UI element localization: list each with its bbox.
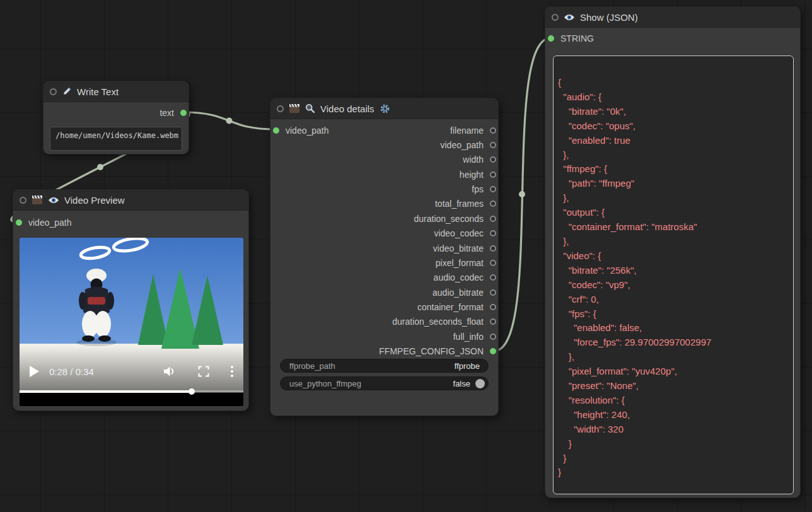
widget-label: ffprobe_path (289, 361, 335, 371)
collapse-toggle[interactable] (20, 197, 26, 204)
output-slot-label: audio_codec (434, 272, 484, 282)
gear-icon (380, 103, 390, 114)
output-slot: video_codec (270, 226, 498, 241)
output-slot-dot[interactable] (490, 289, 496, 296)
collapse-toggle[interactable] (552, 14, 559, 21)
volume-icon[interactable] (163, 366, 177, 377)
link-midpoint-dot[interactable] (97, 164, 103, 170)
output-slot-label: fps (472, 184, 484, 194)
output-slot-dot[interactable] (490, 142, 496, 148)
widget-value: false (453, 379, 475, 388)
output-slot-label: video_bitrate (433, 243, 484, 253)
eye-icon (48, 196, 59, 204)
video-controls: 0:28 / 0:34 (20, 359, 243, 383)
input-slot-dot[interactable] (548, 35, 554, 42)
input-slot-dot[interactable] (16, 219, 22, 226)
output-slot: video_bitrate (270, 241, 498, 255)
video-details-widgets: ffprobe_pathffprobeuse_python_ffmpegfals… (280, 359, 489, 394)
output-slot-label: video_path (440, 140, 484, 150)
video-progress-fill (20, 390, 192, 393)
toggle-knob[interactable] (475, 379, 485, 388)
output-slot: fps (270, 182, 498, 196)
output-slot-text: text (160, 105, 187, 120)
output-slot-dot[interactable] (490, 127, 496, 134)
video-progress-bar[interactable] (20, 390, 243, 393)
node-video-details[interactable]: Video details video_path filenamevideo_p… (270, 98, 499, 416)
node-title: Write Text (77, 86, 119, 97)
output-slot-dot[interactable] (490, 274, 496, 281)
output-slot-label: video_codec (434, 228, 484, 238)
output-slot-dot[interactable] (490, 318, 496, 325)
widget-use_python_ffmpeg[interactable]: use_python_ffmpegfalse (280, 376, 489, 390)
collapse-toggle[interactable] (277, 105, 284, 112)
link-midpoint-dot[interactable] (519, 191, 525, 197)
input-slot-label: STRING (560, 33, 594, 44)
link-midpoint-dot[interactable] (226, 118, 233, 124)
widget-ffprobe_path[interactable]: ffprobe_pathffprobe (280, 359, 489, 373)
node-graph-canvas[interactable]: Write Text text /home/umen/Videos/Kame.w… (0, 0, 812, 512)
output-slot-label: FFMPEG_CONFIG_JSON (379, 346, 484, 356)
json-output-box[interactable]: { "audio": { "bitrate": "0k", "codec": "… (553, 55, 794, 494)
output-slot-dot[interactable] (490, 245, 496, 252)
output-slot-label: pixel_format (436, 258, 484, 268)
output-slot: video_path (270, 137, 498, 152)
node-title: Video details (320, 103, 374, 114)
text-input-widget[interactable]: /home/umen/Videos/Kame.webm (50, 127, 182, 151)
output-slot-dot[interactable] (490, 304, 496, 310)
output-slot-dot[interactable] (490, 186, 496, 192)
right-controls (163, 366, 233, 377)
output-slot-label: container_format (417, 302, 484, 312)
node-show-json[interactable]: Show (JSON) STRING { "audio": { "bitrate… (545, 6, 801, 498)
input-slot-string: STRING (548, 31, 594, 46)
video-player[interactable]: 0:28 / 0:34 (20, 238, 243, 406)
output-slot: filename (270, 123, 498, 137)
output-slot-dot[interactable] (490, 230, 496, 236)
node-title-bar[interactable]: Video details (270, 98, 498, 119)
output-slot: container_format (270, 300, 498, 314)
output-slot-label: audio_bitrate (432, 288, 484, 298)
more-options-icon[interactable] (231, 366, 233, 377)
magnifier-icon (305, 103, 315, 113)
output-slot: total_frames (270, 197, 498, 211)
node-title-bar[interactable]: Show (JSON) (545, 7, 800, 28)
output-slot-dot[interactable] (490, 201, 496, 207)
output-slot-label: width (463, 154, 484, 165)
node-title-bar[interactable]: Video Preview (13, 190, 248, 211)
output-slot-dot[interactable] (180, 110, 187, 116)
node-title: Video Preview (64, 195, 125, 206)
input-slot-label: video_path (28, 218, 72, 228)
output-slot: duration_seconds_float (270, 315, 498, 329)
output-slot-dot[interactable] (490, 216, 496, 222)
output-slot: FFMPEG_CONFIG_JSON (270, 344, 498, 358)
output-slot-label: duration_seconds (414, 214, 484, 224)
node-video-preview[interactable]: Video Preview video_path (13, 189, 249, 411)
output-slot: full_info (270, 329, 498, 344)
output-slot-dot[interactable] (490, 172, 496, 178)
output-slot: audio_bitrate (270, 285, 498, 300)
json-output-text: { "audio": { "bitrate": "0k", "codec": "… (554, 56, 793, 480)
play-button[interactable] (30, 366, 39, 377)
output-slot: pixel_format (270, 255, 498, 270)
output-slot-dot[interactable] (490, 334, 496, 340)
widget-value: ffprobe (455, 361, 485, 371)
output-slot: audio_codec (270, 271, 498, 285)
pen-icon (62, 86, 72, 96)
clapperboard-icon (32, 195, 43, 205)
fullscreen-icon[interactable] (198, 366, 209, 377)
output-slot-label: text (160, 108, 174, 118)
node-write-text[interactable]: Write Text text /home/umen/Videos/Kame.w… (43, 81, 189, 154)
output-slot-label: total_frames (435, 199, 484, 209)
output-slot-dot[interactable] (490, 348, 496, 354)
video-details-outputs: filenamevideo_pathwidthheightfpstotal_fr… (270, 123, 498, 359)
output-slot-dot[interactable] (490, 156, 496, 163)
time-display: 0:28 / 0:34 (49, 366, 94, 377)
output-slot-label: full_info (453, 332, 484, 342)
input-slot-video-path: video_path (16, 215, 72, 230)
node-title-bar[interactable]: Write Text (44, 81, 188, 102)
output-slot-label: filename (450, 125, 484, 136)
collapse-toggle[interactable] (50, 88, 57, 95)
node-title: Show (JSON) (580, 12, 638, 23)
widget-label: use_python_ffmpeg (289, 379, 361, 388)
video-progress-thumb[interactable] (188, 388, 195, 395)
output-slot-dot[interactable] (490, 260, 496, 266)
